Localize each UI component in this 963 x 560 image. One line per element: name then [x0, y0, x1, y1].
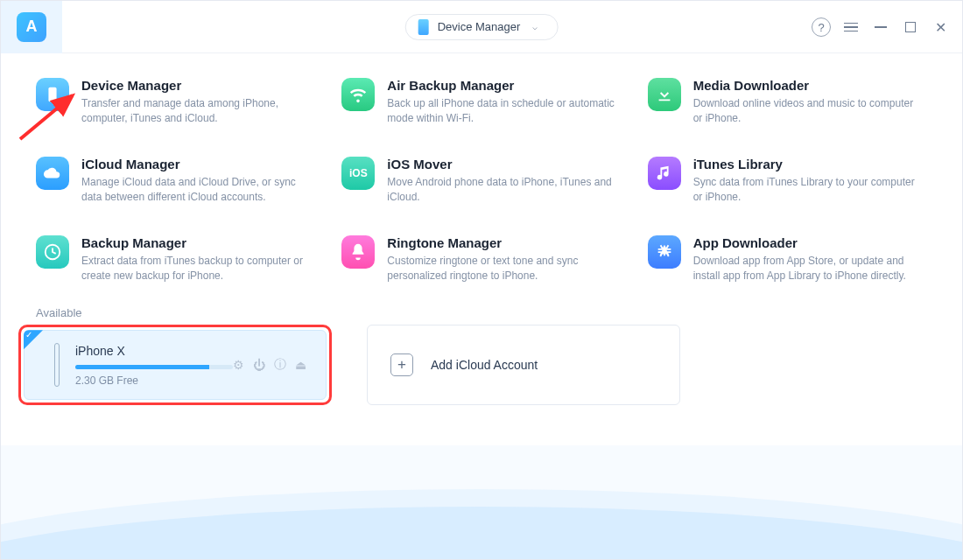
feature-itunes-library[interactable]: iTunes LibrarySync data from iTunes Libr… [648, 157, 927, 206]
device-card[interactable]: iPhone X 2.30 GB Free ⚙ ⏻ ⓘ ⏏ [24, 330, 327, 400]
device-actions: ⚙ ⏻ ⓘ ⏏ [233, 357, 306, 373]
feature-title: Media Downloader [693, 78, 921, 93]
titlebar: A Device Manager ⌵ ? ✕ [1, 1, 962, 53]
title-dropdown[interactable]: Device Manager ⌵ [405, 14, 559, 40]
feature-desc: Sync data from iTunes Library to your co… [693, 175, 921, 206]
feature-desc: Download online videos and music to comp… [693, 96, 921, 127]
clock-icon [36, 235, 69, 269]
feature-title: iCloud Manager [81, 157, 309, 172]
feature-desc: Download app from App Store, or update a… [693, 254, 921, 284]
feature-ringtone-manager[interactable]: Ringtone ManagerCustomize ringtone or te… [341, 235, 621, 284]
download-icon [648, 78, 681, 111]
app-logo[interactable]: A [1, 1, 62, 53]
available-label: Available [36, 306, 927, 319]
add-icloud-card[interactable]: + Add iCloud Account [367, 325, 680, 405]
feature-title: Air Backup Manager [387, 78, 615, 93]
feature-media-downloader[interactable]: Media DownloaderDownload online videos a… [648, 78, 927, 127]
feature-icloud-manager[interactable]: iCloud ManagerManage iCloud data and iCl… [36, 157, 315, 206]
info-icon[interactable]: ⓘ [274, 357, 286, 373]
minimize-button[interactable] [871, 18, 890, 37]
feature-device-manager[interactable]: Device ManagerTransfer and manage data a… [36, 78, 315, 127]
feature-ios-mover[interactable]: iOS iOS MoverMove Android phone data to … [341, 157, 621, 206]
feature-title: iOS Mover [387, 157, 615, 172]
gear-icon[interactable]: ⚙ [233, 358, 244, 372]
footer-wave [1, 445, 962, 559]
feature-app-downloader[interactable]: App DownloaderDownload app from App Stor… [648, 235, 927, 284]
help-button[interactable]: ? [812, 18, 831, 37]
phone-icon [418, 19, 429, 35]
eject-icon[interactable]: ⏏ [295, 358, 306, 372]
feature-air-backup[interactable]: Air Backup ManagerBack up all iPhone dat… [341, 78, 621, 127]
close-button[interactable]: ✕ [931, 18, 950, 37]
title-text: Device Manager [438, 20, 521, 33]
feature-desc: Customize ringtone or text tone and sync… [387, 254, 615, 284]
power-icon[interactable]: ⏻ [253, 358, 265, 372]
feature-title: iTunes Library [693, 157, 921, 172]
music-icon [648, 157, 681, 190]
selected-badge-icon [24, 330, 43, 349]
feature-title: Ringtone Manager [387, 235, 615, 250]
add-icloud-label: Add iCloud Account [431, 358, 538, 372]
feature-desc: Back up all iPhone data in schedule or a… [387, 96, 615, 127]
plus-icon: + [390, 354, 413, 376]
device-icon [36, 78, 69, 111]
storage-bar [75, 365, 233, 369]
feature-title: Device Manager [81, 78, 309, 93]
phone-outline-icon [54, 343, 60, 387]
feature-desc: Extract data from iTunes backup to compu… [81, 254, 309, 284]
appstore-icon [648, 235, 681, 269]
device-free-space: 2.30 GB Free [75, 374, 233, 387]
app-window: A Device Manager ⌵ ? ✕ Device ManagerTra… [0, 0, 963, 560]
available-section: Available iPhone X 2.30 GB Free ⚙ ⏻ ⓘ ⏏ [1, 284, 962, 405]
feature-title: App Downloader [693, 235, 921, 250]
feature-title: Backup Manager [81, 235, 309, 250]
chevron-down-icon: ⌵ [532, 22, 538, 32]
feature-desc: Move Android phone data to iPhone, iTune… [387, 175, 615, 206]
feature-backup-manager[interactable]: Backup ManagerExtract data from iTunes b… [36, 235, 315, 284]
device-card-highlight: iPhone X 2.30 GB Free ⚙ ⏻ ⓘ ⏏ [18, 325, 332, 405]
menu-button[interactable] [841, 18, 861, 37]
logo-badge: A [17, 12, 46, 42]
svg-rect-0 [48, 88, 56, 102]
wifi-icon [341, 78, 375, 111]
cloud-icon [36, 157, 69, 190]
device-name: iPhone X [75, 344, 233, 358]
feature-grid: Device ManagerTransfer and manage data a… [1, 53, 962, 284]
window-controls: ? ✕ [812, 1, 950, 53]
feature-desc: Manage iCloud data and iCloud Drive, or … [81, 175, 309, 206]
bell-icon [341, 235, 375, 269]
maximize-button[interactable] [901, 18, 920, 37]
feature-desc: Transfer and manage data among iPhone, c… [81, 96, 309, 127]
ios-icon: iOS [341, 157, 375, 190]
